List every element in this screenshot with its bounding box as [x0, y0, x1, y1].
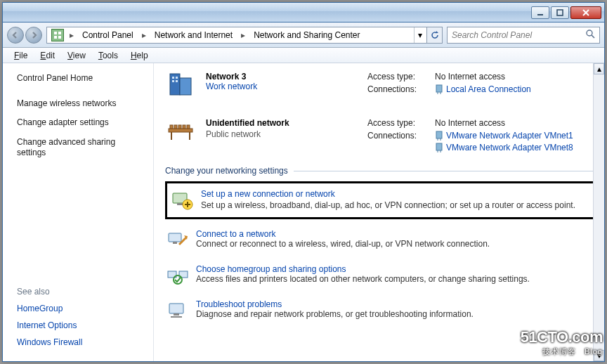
- access-type-value: No Internet access: [435, 72, 596, 82]
- search-placeholder: Search Control Panel: [452, 30, 532, 40]
- network-icon[interactable]: [165, 69, 196, 100]
- svg-rect-20: [169, 129, 192, 132]
- network-type: Public network: [206, 129, 367, 139]
- task-title: Set up a new connection or network: [201, 189, 575, 199]
- watermark: 51CTO.com 技术博客 Blog: [521, 328, 603, 357]
- task-connect-network[interactable]: Connect to a network Connect or reconnec…: [165, 225, 596, 260]
- sidebar-link-homegroup[interactable]: HomeGroup: [17, 304, 143, 313]
- adapter-icon: [435, 84, 443, 94]
- breadcrumb-item[interactable]: Control Panel: [77, 27, 139, 43]
- svg-rect-21: [170, 125, 173, 129]
- svg-rect-35: [177, 203, 183, 205]
- connection-link[interactable]: Local Area Connection: [446, 84, 531, 94]
- svg-rect-23: [178, 125, 181, 129]
- network-title: Unidentified network: [206, 118, 367, 128]
- bench-icon[interactable]: [165, 115, 196, 146]
- watermark-big: 51CTO.com: [521, 328, 603, 346]
- svg-rect-5: [58, 32, 61, 34]
- svg-rect-16: [176, 80, 178, 82]
- connection-link[interactable]: VMware Network Adapter VMnet8: [446, 143, 573, 152]
- sidebar: Control Panel Home Manage wireless netwo…: [3, 63, 154, 361]
- connections-label: Connections:: [367, 84, 431, 94]
- task-desc: Diagnose and repair network problems, or…: [196, 309, 474, 319]
- task-desc: Access files and printers located on oth…: [196, 274, 530, 284]
- task-homegroup[interactable]: Choose homegroup and sharing options Acc…: [165, 260, 596, 295]
- connect-network-icon: [167, 229, 189, 252]
- breadcrumb-dropdown[interactable]: ▾: [414, 27, 425, 43]
- svg-marker-8: [436, 31, 438, 33]
- breadcrumb-item[interactable]: Network and Internet: [149, 27, 238, 43]
- connection-link[interactable]: VMware Network Adapter VMnet1: [446, 131, 573, 141]
- svg-rect-25: [187, 125, 190, 129]
- scrollbar[interactable]: ▴ ▾: [593, 63, 604, 361]
- network-title: Network 3: [206, 72, 367, 82]
- sidebar-link-firewall[interactable]: Windows Firewall: [17, 337, 143, 347]
- connections-label: Connections:: [367, 131, 431, 152]
- svg-rect-12: [180, 78, 191, 95]
- svg-rect-14: [176, 77, 178, 79]
- task-setup-connection[interactable]: Set up a new connection or network Set u…: [165, 181, 596, 219]
- menubar: File Edit View Tools Help: [3, 48, 604, 63]
- sidebar-home[interactable]: Control Panel Home: [17, 73, 143, 84]
- access-type-label: Access type:: [367, 72, 431, 82]
- task-title: Troubleshoot problems: [196, 299, 282, 309]
- svg-rect-28: [436, 131, 442, 138]
- task-desc: Set up a wireless, broadband, dial-up, a…: [201, 200, 575, 210]
- sidebar-link-adapter[interactable]: Change adapter settings: [17, 117, 143, 129]
- menu-view[interactable]: View: [62, 49, 91, 62]
- svg-rect-39: [169, 233, 181, 242]
- svg-rect-13: [172, 77, 174, 79]
- close-button[interactable]: [570, 6, 601, 19]
- window: ▸ Control Panel ▸ Network and Internet ▸…: [2, 2, 605, 362]
- svg-rect-24: [183, 125, 185, 129]
- breadcrumb-item[interactable]: Network and Sharing Center: [248, 27, 365, 43]
- svg-point-9: [587, 30, 592, 36]
- menu-file[interactable]: File: [8, 49, 33, 62]
- sidebar-link-internet-options[interactable]: Internet Options: [17, 320, 143, 330]
- back-button[interactable]: [7, 27, 24, 44]
- svg-rect-45: [169, 304, 183, 313]
- svg-rect-17: [436, 85, 442, 92]
- task-troubleshoot[interactable]: Troubleshoot problems Diagnose and repai…: [165, 295, 596, 330]
- network-type-link[interactable]: Work network: [206, 82, 257, 91]
- svg-rect-6: [54, 36, 57, 39]
- navbar: ▸ Control Panel ▸ Network and Internet ▸…: [3, 22, 604, 48]
- task-title: Choose homegroup and sharing options: [196, 264, 346, 274]
- maximize-button[interactable]: [551, 6, 569, 19]
- content: Network 3 Work network Access type: No I…: [154, 63, 604, 361]
- chevron-right-icon[interactable]: ▸: [238, 27, 248, 43]
- svg-rect-15: [172, 80, 174, 82]
- svg-point-44: [174, 275, 182, 284]
- forward-button[interactable]: [25, 27, 42, 44]
- menu-help[interactable]: Help: [125, 49, 154, 62]
- svg-rect-40: [173, 242, 177, 244]
- svg-rect-47: [171, 316, 182, 318]
- svg-rect-46: [174, 313, 179, 316]
- scroll-up-button[interactable]: ▴: [594, 63, 604, 74]
- see-also-heading: See also: [17, 287, 143, 297]
- menu-tools[interactable]: Tools: [93, 49, 124, 62]
- sidebar-link-wireless[interactable]: Manage wireless networks: [17, 98, 143, 110]
- homegroup-icon: [167, 264, 189, 287]
- adapter-icon: [435, 143, 443, 152]
- setup-connection-icon: [171, 189, 194, 212]
- refresh-button[interactable]: [427, 27, 443, 44]
- menu-edit[interactable]: Edit: [34, 49, 60, 62]
- svg-line-10: [592, 35, 594, 38]
- minimize-button[interactable]: [531, 6, 549, 19]
- troubleshoot-icon: [167, 299, 189, 322]
- body: Control Panel Home Manage wireless netwo…: [3, 63, 604, 361]
- svg-rect-31: [436, 143, 442, 150]
- chevron-right-icon[interactable]: ▸: [67, 27, 77, 43]
- search-icon: [585, 29, 595, 41]
- task-desc: Connect or reconnect to a wireless, wire…: [196, 239, 490, 249]
- section-title: Change your networking settings: [165, 166, 596, 176]
- svg-rect-22: [174, 125, 177, 129]
- access-type-value: No Internet access: [435, 118, 596, 128]
- chevron-right-icon[interactable]: ▸: [139, 27, 149, 43]
- sidebar-link-sharing[interactable]: Change advanced sharing settings: [17, 137, 143, 159]
- search-input[interactable]: Search Control Panel: [447, 27, 600, 44]
- svg-rect-7: [58, 36, 61, 39]
- network-row: Unidentified network Public network Acce…: [165, 115, 596, 153]
- breadcrumb[interactable]: ▸ Control Panel ▸ Network and Internet ▸…: [46, 27, 427, 44]
